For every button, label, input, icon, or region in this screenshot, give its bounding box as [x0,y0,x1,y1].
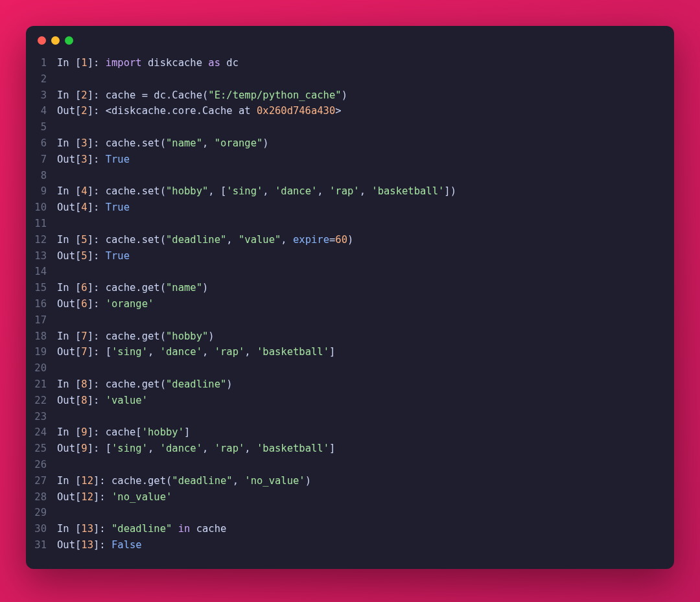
code-token: In [ [57,234,81,246]
code-token: ]: [88,154,106,165]
line-number: 23 [26,409,57,425]
code-token: 60 [335,234,347,246]
code-token: True [106,154,130,165]
code-token: ]: [93,491,111,503]
line-content: In [9]: cache['hobby'] [57,424,674,441]
code-token: 5 [81,234,87,246]
code-line: 2 [26,71,674,87]
code-line: 21In [8]: cache.get("deadline") [26,376,674,393]
code-token: ]: [88,250,106,262]
line-content [57,409,674,425]
code-token: ]) [444,185,456,197]
code-token: ]: [88,298,106,310]
code-token: ]: [88,395,106,406]
line-number: 12 [26,232,57,248]
code-line: 27In [12]: cache.get("deadline", 'no_val… [26,473,674,489]
code-token: = [329,234,335,246]
code-token: "E:/temp/python_cache" [208,89,341,101]
code-token: 'sing' [111,443,148,454]
code-token: ]: [ [88,346,111,358]
code-token: 'dance' [160,443,202,454]
code-token: True [106,250,130,262]
code-token: 6 [81,298,87,310]
code-line: 1In [1]: import diskcache as dc [26,55,674,71]
code-token: "hobby" [166,330,208,342]
code-line: 18In [7]: cache.get("hobby") [26,329,674,345]
code-token: ) [342,89,347,101]
code-token: In [ [57,523,81,535]
code-token: expire [293,234,329,246]
line-content [57,457,674,473]
code-token: 1 [81,57,87,69]
titlebar [26,26,674,50]
code-token: ]: [93,539,111,551]
minimize-icon[interactable] [51,36,60,45]
code-token: "deadline" [166,378,226,390]
code-token: 9 [81,443,87,454]
code-token: Out[ [57,105,81,117]
line-number: 5 [26,119,57,135]
code-token: 3 [81,137,87,149]
code-editor[interactable]: 1In [1]: import diskcache as dc23In [2]:… [26,50,674,569]
line-number: 30 [26,521,57,537]
code-line: 7Out[3]: True [26,152,674,168]
line-content: Out[7]: ['sing', 'dance', 'rap', 'basket… [57,344,674,360]
code-token: ]: cache.get( [88,378,166,390]
line-content [57,312,674,329]
code-line: 31Out[13]: False [26,537,674,553]
code-token: ]: [ [88,443,111,454]
code-token: , [281,234,293,246]
line-number: 22 [26,393,57,409]
code-token: 2 [81,105,87,117]
code-token: , [262,185,275,197]
code-token: True [106,202,130,213]
code-token: ] [184,426,190,438]
code-token: Out[ [57,443,81,454]
code-token: "orange" [215,137,263,149]
code-token: 3 [81,154,87,165]
code-token: 8 [81,378,87,390]
close-icon[interactable] [38,36,46,45]
code-token: 'basketball' [371,185,444,197]
line-content: Out[12]: 'no_value' [57,489,674,505]
code-line: 17 [26,312,674,329]
code-token: 'sing' [226,185,262,197]
line-content [57,360,674,376]
code-token: 7 [81,330,87,342]
code-token: , [317,185,329,197]
code-line: 20 [26,360,674,376]
code-token: import [106,57,142,69]
line-number: 29 [26,505,57,521]
code-token: 'basketball' [257,346,329,358]
code-token: as [208,57,220,69]
code-line: 15In [6]: cache.get("name") [26,280,674,296]
code-token: , [202,443,215,454]
code-token: In [ [57,378,81,390]
code-token: 'no_value' [111,491,172,503]
line-content: In [8]: cache.get("deadline") [57,376,674,393]
line-content [57,168,674,184]
line-content: In [3]: cache.set("name", "orange") [57,135,674,152]
maximize-icon[interactable] [65,36,73,45]
code-token: > [335,105,341,117]
code-token: ]: cache = dc.Cache( [88,89,209,101]
code-window: 1In [1]: import diskcache as dc23In [2]:… [26,26,674,569]
code-token: Out[ [57,298,81,310]
code-token: In [ [57,282,81,294]
code-token: cache [190,523,226,535]
code-token: ]: cache.get( [93,475,172,487]
code-token: 'orange' [106,298,154,310]
line-content: In [13]: "deadline" in cache [57,521,674,537]
code-line: 12In [5]: cache.set("deadline", "value",… [26,232,674,248]
line-number: 26 [26,457,57,473]
code-line: 26 [26,457,674,473]
line-number: 19 [26,344,57,360]
code-token: ) [226,378,232,390]
code-line: 10Out[4]: True [26,200,674,216]
code-line: 19Out[7]: ['sing', 'dance', 'rap', 'bask… [26,344,674,360]
code-token: , [244,346,257,358]
code-token: ]: cache.set( [88,234,166,246]
code-token: 13 [81,539,93,551]
line-number: 16 [26,296,57,312]
line-content: Out[8]: 'value' [57,393,674,409]
